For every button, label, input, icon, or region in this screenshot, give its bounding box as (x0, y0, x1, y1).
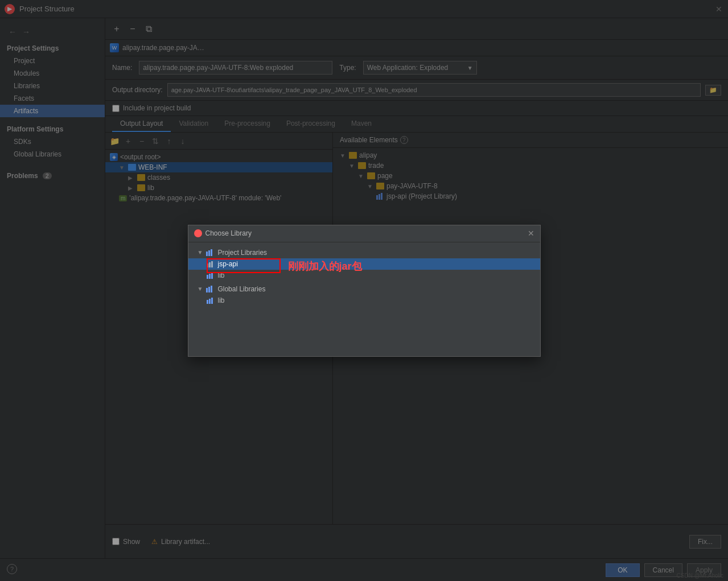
dialog-global-libraries[interactable]: ▼ Global Libraries (188, 283, 540, 295)
dialog-lib-item[interactable]: lib (188, 270, 540, 281)
dialog-title: Choose Library (205, 229, 252, 237)
jsp-api-dialog-icon (207, 261, 215, 267)
global-libraries-icon (206, 286, 214, 292)
global-lib-icon (207, 297, 215, 304)
project-libraries-icon (206, 249, 214, 256)
overlay: Choose Library ✕ ▼ Project Libraries (0, 0, 728, 581)
dialog-title-bar: Choose Library ✕ (188, 225, 540, 242)
dialog-content: ▼ Project Libraries (188, 242, 540, 356)
choose-library-dialog: Choose Library ✕ ▼ Project Libraries (188, 225, 541, 357)
dialog-jsp-api-item[interactable]: jsp-api (188, 258, 540, 270)
global-libraries-chevron: ▼ (198, 286, 203, 292)
main-window: ▶ Project Structure ✕ ← → Project Settin… (0, 0, 728, 581)
lib-dialog-icon (207, 272, 215, 279)
dialog-global-lib-item[interactable]: lib (188, 295, 540, 306)
dialog-project-libraries[interactable]: ▼ Project Libraries (188, 247, 540, 258)
annotation-text: 刚刚加入的jar包 (288, 259, 362, 273)
dialog-logo (194, 229, 202, 237)
dialog-close-button[interactable]: ✕ (528, 229, 534, 238)
project-libraries-chevron: ▼ (198, 249, 203, 256)
